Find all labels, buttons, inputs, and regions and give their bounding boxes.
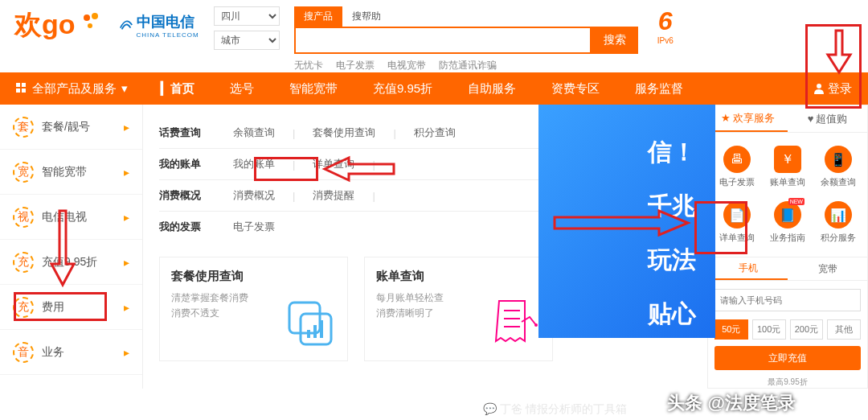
svg-rect-2: [16, 89, 20, 93]
ipv6-badge: 6IPv6: [657, 6, 674, 45]
amount-100[interactable]: 100元: [752, 319, 786, 340]
bars-icon: 📊: [825, 201, 852, 229]
nav-item[interactable]: 自助服务: [450, 72, 534, 105]
sidebar-item-tv[interactable]: 视电信电视▸: [0, 195, 142, 240]
amount-other[interactable]: 其他: [827, 319, 861, 340]
link-points[interactable]: 积分查询: [414, 126, 456, 140]
grid-icon: [16, 83, 27, 94]
nav-item[interactable]: 智能宽带: [272, 72, 355, 105]
chevron-right-icon: ▸: [124, 211, 129, 224]
rtab-service[interactable]: ★欢享服务: [708, 105, 788, 132]
nav-home[interactable]: ▎首页: [143, 72, 212, 105]
nav-item[interactable]: 充值9.95折: [355, 72, 450, 105]
right-panel: ★欢享服务 ♥超值购 🖶电子发票 ￥账单查询 📱余额查询 📄详单查询 📘NEW业…: [707, 105, 868, 389]
logo: 欢go 中国电信 CHINA TELECOM: [14, 6, 199, 43]
search-tab-help[interactable]: 搜帮助: [342, 6, 391, 27]
search-input[interactable]: [294, 27, 592, 54]
row-label: 话费查询: [159, 126, 215, 140]
link-package-usage[interactable]: 套餐使用查询: [313, 126, 375, 140]
quick-balance[interactable]: 📱余额查询: [813, 139, 864, 195]
row-label: 消费概况: [159, 188, 215, 203]
business-icon: 音: [13, 342, 34, 363]
fee-icon: 充: [13, 297, 34, 318]
svg-rect-8: [313, 325, 317, 338]
city-select[interactable]: 城市: [214, 31, 280, 50]
row-label: 我的账单: [159, 157, 215, 171]
amount-50[interactable]: 50元: [714, 319, 748, 340]
svg-point-4: [817, 84, 821, 89]
hot-link[interactable]: 防范通讯诈骗: [439, 59, 497, 72]
star-icon: ★: [721, 112, 731, 124]
recharge-tab-broadband[interactable]: 宽带: [788, 257, 867, 280]
nav-item[interactable]: 资费专区: [534, 72, 617, 105]
logo-dots-icon: [84, 11, 106, 39]
heart-icon: ♥: [808, 113, 814, 125]
quick-bill[interactable]: ￥账单查询: [762, 139, 813, 195]
quick-points[interactable]: 📊积分服务: [813, 195, 864, 250]
link-overview[interactable]: 消费概况: [233, 188, 275, 203]
watermark-wechat: 💬 丁爸 情报分析师的丁具箱: [483, 402, 627, 417]
search-tab-product[interactable]: 搜产品: [294, 6, 342, 27]
doc-yen-icon: 📄: [723, 201, 751, 229]
link-balance[interactable]: 余额查询: [233, 126, 275, 140]
sidebar-item-fee[interactable]: 充费用▸: [0, 285, 142, 330]
amount-200[interactable]: 200元: [790, 319, 824, 340]
chevron-right-icon: ▸: [124, 346, 129, 359]
svg-rect-7: [307, 330, 310, 338]
sidebar-item-business[interactable]: 音业务▸: [0, 330, 142, 375]
rtab-deals[interactable]: ♥超值购: [788, 105, 867, 132]
recharge-icon: 充: [13, 252, 34, 273]
sidebar-item-package[interactable]: 套套餐/靓号▸: [0, 105, 142, 150]
bill-icon: [489, 298, 541, 349]
user-icon: [813, 83, 825, 94]
package-chart-icon: [285, 298, 336, 349]
book-icon: 📘NEW: [774, 201, 801, 229]
svg-rect-3: [22, 89, 26, 93]
row-label: 我的发票: [159, 220, 215, 234]
nav-item[interactable]: 服务监督: [617, 72, 701, 105]
svg-rect-1: [22, 83, 26, 87]
hot-link[interactable]: 无忧卡: [294, 59, 323, 72]
link-einvoice[interactable]: 电子发票: [233, 220, 275, 234]
printer-icon: 🖶: [723, 146, 751, 173]
svg-rect-9: [320, 320, 323, 338]
recharge-tab-phone[interactable]: 手机: [708, 257, 788, 280]
telecom-logo: 中国电信 CHINA TELECOM: [119, 12, 199, 39]
svg-point-13: [534, 323, 538, 327]
card-bill-query[interactable]: 账单查询每月账单轻松查消费清晰明了: [364, 257, 553, 361]
main-nav: 全部产品及服务 ▾ ▎首页 选号 智能宽带 充值9.95折 自助服务 资费专区 …: [0, 72, 868, 105]
link-my-bill[interactable]: 我的账单: [233, 157, 275, 171]
chevron-right-icon: ▸: [124, 256, 129, 269]
watermark-author: 头条 @法度笔录: [667, 391, 796, 415]
chevron-right-icon: ▸: [124, 121, 129, 134]
region-select[interactable]: 四川: [214, 6, 280, 26]
package-icon: 套: [13, 117, 34, 138]
login-button[interactable]: 登录: [797, 81, 868, 97]
search-button[interactable]: 搜索: [592, 27, 638, 54]
phone-input[interactable]: [714, 289, 861, 311]
recharge-button[interactable]: 立即充值: [714, 346, 861, 370]
nav-all-categories[interactable]: 全部产品及服务 ▾: [0, 81, 143, 97]
discount-note: 最高9.95折: [708, 377, 867, 388]
quick-einvoice[interactable]: 🖶电子发票: [711, 139, 762, 195]
broadband-icon: 宽: [13, 162, 34, 183]
promo-banner: 信！ 千兆 玩法 贴心: [538, 105, 715, 338]
svg-rect-0: [16, 83, 20, 87]
quick-guide[interactable]: 📘NEW业务指南: [762, 195, 813, 250]
hot-link[interactable]: 电视宽带: [387, 59, 426, 72]
link-detail-query[interactable]: 详单查询: [313, 157, 354, 171]
phone-icon: 📱: [825, 146, 852, 173]
sidebar-item-recharge[interactable]: 充充值9.95折▸: [0, 240, 142, 285]
yen-icon: ￥: [774, 146, 801, 173]
hot-link[interactable]: 电子发票: [336, 59, 375, 72]
quick-detail[interactable]: 📄详单查询: [711, 195, 762, 250]
sidebar: 套套餐/靓号▸ 宽智能宽带▸ 视电信电视▸ 充充值9.95折▸ 充费用▸ 音业务…: [0, 105, 143, 389]
link-reminder[interactable]: 消费提醒: [313, 188, 354, 203]
chevron-right-icon: ▸: [124, 166, 129, 179]
sidebar-item-broadband[interactable]: 宽智能宽带▸: [0, 150, 142, 195]
chevron-down-icon: ▾: [121, 81, 128, 96]
content-area: 话费查询 余额查询| 套餐使用查询| 积分查询 我的账单 我的账单| 详单查询|…: [143, 105, 707, 389]
card-package-usage[interactable]: 套餐使用查询清楚掌握套餐消费消费不透支: [159, 257, 348, 361]
chevron-right-icon: ▸: [124, 301, 129, 314]
nav-item[interactable]: 选号: [212, 72, 272, 105]
